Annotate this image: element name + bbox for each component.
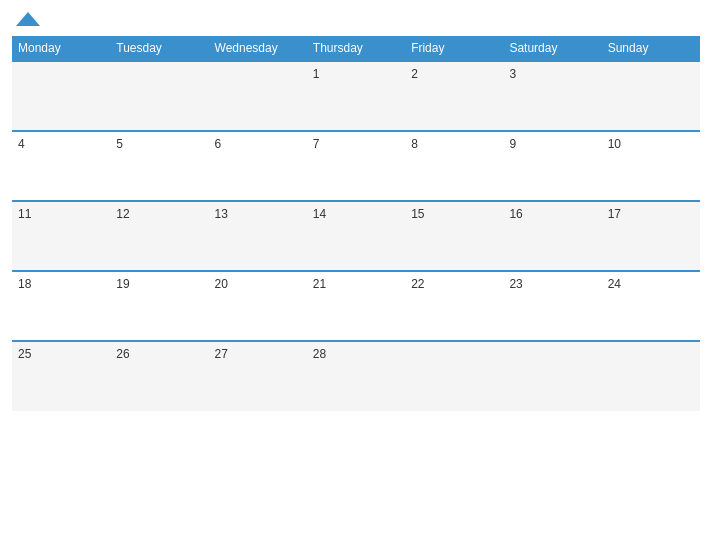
calendar-day-cell: 23 <box>503 271 601 341</box>
calendar-day-cell: 1 <box>307 61 405 131</box>
day-number: 4 <box>18 137 25 151</box>
weekday-header-saturday: Saturday <box>503 36 601 61</box>
calendar-day-cell: 11 <box>12 201 110 271</box>
calendar-day-cell: 22 <box>405 271 503 341</box>
logo-icon <box>14 10 42 28</box>
calendar-day-cell: 6 <box>209 131 307 201</box>
calendar-body: 1234567891011121314151617181920212223242… <box>12 61 700 411</box>
calendar-day-cell: 25 <box>12 341 110 411</box>
day-number: 13 <box>215 207 228 221</box>
calendar-day-cell: 28 <box>307 341 405 411</box>
weekday-header-tuesday: Tuesday <box>110 36 208 61</box>
day-number: 5 <box>116 137 123 151</box>
day-number: 3 <box>509 67 516 81</box>
calendar-day-cell <box>405 341 503 411</box>
calendar-day-cell: 27 <box>209 341 307 411</box>
calendar-day-cell <box>602 341 700 411</box>
day-number: 18 <box>18 277 31 291</box>
calendar-day-cell: 7 <box>307 131 405 201</box>
calendar-day-cell: 2 <box>405 61 503 131</box>
day-number: 23 <box>509 277 522 291</box>
day-number: 9 <box>509 137 516 151</box>
day-number: 14 <box>313 207 326 221</box>
calendar-day-cell: 9 <box>503 131 601 201</box>
calendar-day-cell: 10 <box>602 131 700 201</box>
day-number: 6 <box>215 137 222 151</box>
calendar-header <box>12 10 700 28</box>
day-number: 8 <box>411 137 418 151</box>
calendar-week-row: 11121314151617 <box>12 201 700 271</box>
weekday-header-monday: Monday <box>12 36 110 61</box>
calendar-week-row: 25262728 <box>12 341 700 411</box>
weekday-header-wednesday: Wednesday <box>209 36 307 61</box>
day-number: 7 <box>313 137 320 151</box>
calendar-day-cell: 15 <box>405 201 503 271</box>
day-number: 25 <box>18 347 31 361</box>
day-number: 2 <box>411 67 418 81</box>
calendar-day-cell: 19 <box>110 271 208 341</box>
day-number: 20 <box>215 277 228 291</box>
calendar-day-cell: 17 <box>602 201 700 271</box>
day-number: 22 <box>411 277 424 291</box>
day-number: 24 <box>608 277 621 291</box>
calendar-day-cell: 8 <box>405 131 503 201</box>
day-number: 28 <box>313 347 326 361</box>
weekday-header-friday: Friday <box>405 36 503 61</box>
calendar-day-cell: 18 <box>12 271 110 341</box>
calendar-day-cell: 13 <box>209 201 307 271</box>
calendar-day-cell <box>12 61 110 131</box>
day-number: 11 <box>18 207 31 221</box>
calendar-week-row: 123 <box>12 61 700 131</box>
calendar-day-cell <box>503 341 601 411</box>
day-number: 26 <box>116 347 129 361</box>
calendar-day-cell <box>209 61 307 131</box>
day-number: 1 <box>313 67 320 81</box>
logo <box>12 10 42 28</box>
weekday-header-row: MondayTuesdayWednesdayThursdayFridaySatu… <box>12 36 700 61</box>
day-number: 21 <box>313 277 326 291</box>
calendar-week-row: 18192021222324 <box>12 271 700 341</box>
svg-marker-0 <box>16 12 40 26</box>
weekday-header-thursday: Thursday <box>307 36 405 61</box>
calendar-table: MondayTuesdayWednesdayThursdayFridaySatu… <box>12 36 700 411</box>
calendar-day-cell <box>602 61 700 131</box>
calendar-day-cell <box>110 61 208 131</box>
day-number: 16 <box>509 207 522 221</box>
calendar-day-cell: 4 <box>12 131 110 201</box>
calendar-day-cell: 3 <box>503 61 601 131</box>
day-number: 10 <box>608 137 621 151</box>
day-number: 15 <box>411 207 424 221</box>
calendar-day-cell: 14 <box>307 201 405 271</box>
calendar-week-row: 45678910 <box>12 131 700 201</box>
calendar-container: MondayTuesdayWednesdayThursdayFridaySatu… <box>0 0 712 550</box>
day-number: 19 <box>116 277 129 291</box>
day-number: 27 <box>215 347 228 361</box>
day-number: 17 <box>608 207 621 221</box>
weekday-header-sunday: Sunday <box>602 36 700 61</box>
calendar-day-cell: 5 <box>110 131 208 201</box>
calendar-day-cell: 12 <box>110 201 208 271</box>
calendar-day-cell: 16 <box>503 201 601 271</box>
calendar-day-cell: 24 <box>602 271 700 341</box>
day-number: 12 <box>116 207 129 221</box>
calendar-day-cell: 21 <box>307 271 405 341</box>
calendar-day-cell: 20 <box>209 271 307 341</box>
calendar-day-cell: 26 <box>110 341 208 411</box>
